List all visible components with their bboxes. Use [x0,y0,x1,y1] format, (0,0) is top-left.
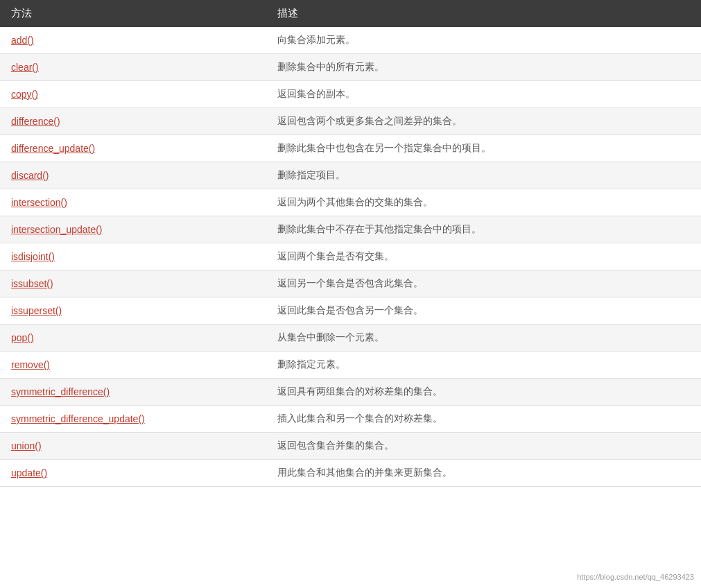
description-cell: 向集合添加元素。 [266,27,701,54]
table-row: difference_update()删除此集合中也包含在另一个指定集合中的项目… [0,135,701,162]
description-cell: 返回集合的副本。 [266,81,701,108]
description-cell: 删除此集合中不存在于其他指定集合中的项目。 [266,216,701,243]
description-cell: 返回另一个集合是否包含此集合。 [266,270,701,297]
method-cell[interactable]: intersection() [0,189,266,216]
col-method-header: 方法 [0,0,266,27]
table-row: difference()返回包含两个或更多集合之间差异的集合。 [0,108,701,135]
table-row: add()向集合添加元素。 [0,27,701,54]
table-row: intersection_update()删除此集合中不存在于其他指定集合中的项… [0,216,701,243]
table-row: update()用此集合和其他集合的并集来更新集合。 [0,460,701,487]
method-cell[interactable]: pop() [0,325,266,352]
description-cell: 插入此集合和另一个集合的对称差集。 [266,406,701,433]
method-cell[interactable]: symmetric_difference_update() [0,406,266,433]
table-row: symmetric_difference_update()插入此集合和另一个集合… [0,406,701,433]
description-cell: 返回具有两组集合的对称差集的集合。 [266,379,701,406]
table-row: issubset()返回另一个集合是否包含此集合。 [0,270,701,297]
description-cell: 删除指定元素。 [266,352,701,379]
table-row: symmetric_difference()返回具有两组集合的对称差集的集合。 [0,379,701,406]
description-cell: 用此集合和其他集合的并集来更新集合。 [266,460,701,487]
table-row: issuperset()返回此集合是否包含另一个集合。 [0,297,701,325]
table-row: intersection()返回为两个其他集合的交集的集合。 [0,189,701,216]
method-cell[interactable]: difference_update() [0,135,266,162]
description-cell: 返回包含两个或更多集合之间差异的集合。 [266,108,701,135]
description-cell: 从集合中删除一个元素。 [266,325,701,352]
table-row: pop()从集合中删除一个元素。 [0,325,701,352]
description-cell: 删除指定项目。 [266,162,701,189]
method-cell[interactable]: issuperset() [0,297,266,325]
description-cell: 返回此集合是否包含另一个集合。 [266,297,701,325]
col-description-header: 描述 [266,0,701,27]
table-row: clear()删除集合中的所有元素。 [0,54,701,81]
description-cell: 返回两个集合是否有交集。 [266,243,701,270]
methods-table: 方法 描述 add()向集合添加元素。clear()删除集合中的所有元素。cop… [0,0,701,487]
method-cell[interactable]: symmetric_difference() [0,379,266,406]
method-cell[interactable]: discard() [0,162,266,189]
method-cell[interactable]: update() [0,460,266,487]
table-row: copy()返回集合的副本。 [0,81,701,108]
method-cell[interactable]: intersection_update() [0,216,266,243]
method-cell[interactable]: issubset() [0,270,266,297]
method-cell[interactable]: isdisjoint() [0,243,266,270]
description-cell: 删除集合中的所有元素。 [266,54,701,81]
table-row: isdisjoint()返回两个集合是否有交集。 [0,243,701,270]
description-cell: 删除此集合中也包含在另一个指定集合中的项目。 [266,135,701,162]
table-row: union()返回包含集合并集的集合。 [0,433,701,460]
description-cell: 返回为两个其他集合的交集的集合。 [266,189,701,216]
method-cell[interactable]: copy() [0,81,266,108]
description-cell: 返回包含集合并集的集合。 [266,433,701,460]
method-cell[interactable]: remove() [0,352,266,379]
table-header-row: 方法 描述 [0,0,701,27]
method-cell[interactable]: difference() [0,108,266,135]
method-cell[interactable]: union() [0,433,266,460]
method-cell[interactable]: add() [0,27,266,54]
table-row: discard()删除指定项目。 [0,162,701,189]
method-cell[interactable]: clear() [0,54,266,81]
table-row: remove()删除指定元素。 [0,352,701,379]
